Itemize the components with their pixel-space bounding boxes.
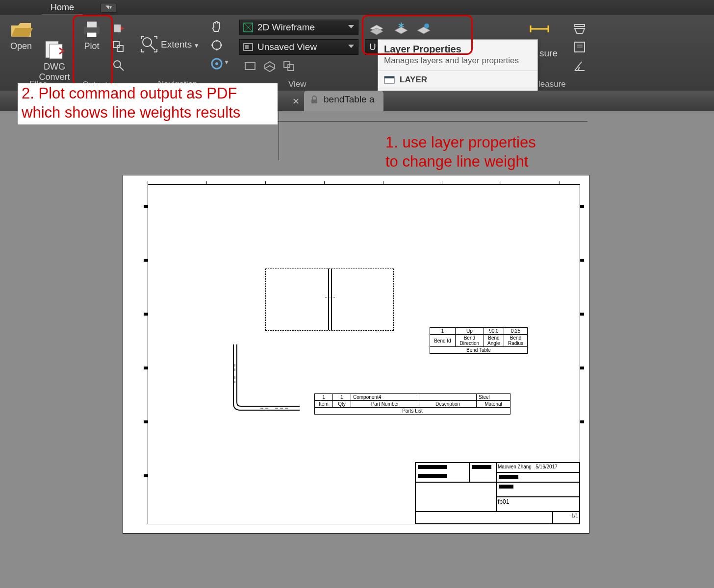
svg-rect-5 [114,24,121,32]
ribbon-minimize-toggle[interactable]: ◥▾ [101,3,116,13]
chevron-down-icon [348,45,354,48]
dropdown-tri-icon[interactable]: ▼ [224,59,230,66]
tick [148,181,148,184]
measure-label-part1: sure [539,48,558,59]
tick [580,420,584,423]
saved-view-dropdown[interactable]: Unsaved View [239,39,358,55]
table-row: 1 1 Component4 Steel [315,394,510,401]
cell: Qty [333,401,351,408]
document-tab-label: bendTable a [324,94,375,104]
saved-view-label: Unsaved View [257,42,317,52]
redacted-bar [499,485,513,489]
ribbon-tabs-strip: Home ◥▾ [0,0,714,15]
annotation-1: 1. use layer properties to change line w… [385,133,536,172]
tb-drawing-name: fp01 [496,497,580,512]
crosshair-v [279,111,279,160]
svg-point-13 [216,40,218,42]
table-row: Item Qty Part Number Description Materia… [315,401,510,408]
tick [580,205,584,208]
cell: Item [315,401,333,408]
tb-cell [496,472,580,482]
steering-wheel-icon[interactable] [210,57,224,71]
svg-point-15 [211,44,213,46]
extents-dropdown[interactable]: Extents ▼ [161,39,205,50]
tick [580,313,584,316]
parts-list-table: 1 1 Component4 Steel Item Qty Part Numbe… [314,393,510,415]
tooltip-command: LAYER [400,75,427,85]
cell: Bend Angle [484,335,504,347]
measure-dim-icon[interactable] [529,22,550,36]
measure-list-icon[interactable] [573,40,586,54]
batch-plot-icon[interactable] [112,40,126,54]
tick [144,474,148,477]
svg-point-8 [114,61,121,68]
tick [580,367,584,369]
cell: 90.0 [484,328,504,335]
svg-rect-6 [113,42,119,48]
dwg-convert-button[interactable]: DWG Convert [37,19,72,82]
measure-angle-icon[interactable] [573,59,586,73]
cell: Bend Table [430,347,528,354]
table-row: Bend Table [430,347,528,354]
view-box1-icon[interactable] [243,59,257,73]
cell: Description [419,401,477,408]
measure-area-icon[interactable] [573,22,586,35]
flat-pattern-outline [265,269,394,331]
tb-cell [469,463,496,482]
find-icon[interactable] [112,59,126,73]
cell: Bend Id [430,335,456,347]
bend-table: 1 Up 90.0 0.25 Bend Id Bend Direction Be… [430,327,528,354]
svg-point-12 [212,41,221,49]
panel-measure-label: leasure [538,79,566,89]
cell: Up [455,328,484,335]
annotation-1-line1: 1. use layer properties [385,134,536,151]
tb-cell [415,463,469,482]
view-box2-icon[interactable] [263,59,277,73]
annotation-ring-layers [362,15,473,55]
dwg-convert-icon [43,29,66,49]
tick [501,181,501,184]
center-mark [325,297,335,298]
crosshair-h [274,121,587,122]
tick [144,313,148,316]
svg-point-16 [220,44,222,46]
svg-point-18 [215,62,218,65]
drawing-workspace[interactable]: 1 Up 90.0 0.25 Bend Id Bend Direction Be… [0,111,714,588]
tooltip-command-row: LAYER [378,71,537,89]
cell: Bend Radius [504,335,528,347]
svg-rect-23 [245,45,249,49]
title-block: Maowen Zhang 5/16/2017 fp01 1/1 [415,462,580,524]
extents-label: Extents [161,39,192,49]
zoom-extents-icon[interactable] [140,35,158,53]
view-box3-icon[interactable] [282,59,296,73]
wireframe-icon [243,22,254,33]
tb-cell [496,482,580,497]
cell: Component4 [351,394,419,401]
svg-line-11 [150,45,155,50]
side-profile-view [226,344,309,423]
export-icon[interactable] [112,22,126,35]
tick [144,367,148,369]
orbit-icon[interactable] [210,38,224,52]
svg-rect-36 [311,99,317,103]
tick [206,181,207,184]
tab-home[interactable]: Home [42,1,83,16]
open-button[interactable]: Open [7,19,35,51]
cell: Part Number [351,401,419,408]
cell: Bend Direction [455,335,484,347]
tb-author-name: Maowen Zhang [498,464,532,469]
visual-style-dropdown[interactable]: 2D Wireframe [239,20,358,35]
open-label: Open [10,41,32,51]
cell [419,394,477,401]
svg-point-14 [216,49,218,50]
annotation-2-line2: which shows line weights results [22,104,240,121]
bend-line [328,269,329,330]
cell: 1 [315,394,333,401]
tab-close-icon[interactable]: ✕ [290,96,301,107]
panel-view-label: View [288,79,306,89]
tick [442,181,442,184]
pan-hand-icon[interactable] [210,20,224,33]
open-folder-icon [9,19,33,39]
tick [560,181,560,184]
redacted-bar [499,475,518,479]
